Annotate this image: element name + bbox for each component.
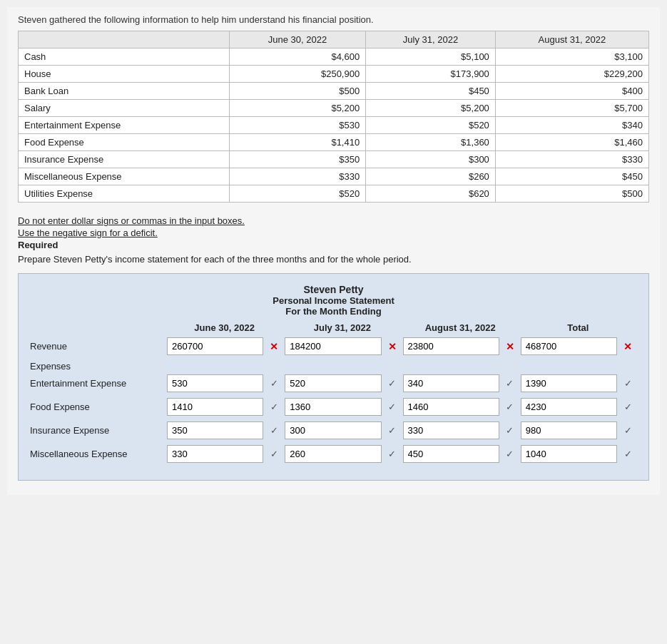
row-june: $4,600: [229, 48, 365, 66]
check-icon: ✓: [618, 402, 637, 412]
row-label: Miscellaneous Expense: [19, 168, 230, 185]
check-icon: ✓: [501, 378, 519, 389]
col-header-july: July 31, 2022: [283, 322, 401, 333]
check-icon: ✓: [265, 449, 283, 459]
income-row: Insurance Expense ✓ ✓ ✓ ✓: [30, 421, 637, 439]
row-july: $620: [366, 185, 496, 203]
instruction-line2: Use the negative sign for a deficit.: [18, 228, 649, 238]
june-input[interactable]: [167, 445, 263, 463]
col-header-august: August 31, 2022: [495, 31, 648, 48]
table-row: Salary $5,200 $5,200 $5,700: [19, 100, 649, 117]
row-label: Entertainment Expense: [19, 117, 230, 134]
table-row: Food Expense $1,410 $1,360 $1,460: [19, 134, 649, 151]
june-input[interactable]: [167, 374, 263, 392]
july-input[interactable]: [285, 421, 381, 439]
row-august: $340: [495, 117, 648, 134]
row-july: $260: [366, 168, 496, 185]
intro-text: Steven gathered the following informatio…: [18, 14, 649, 25]
income-subtitle2: For the Month Ending: [30, 306, 637, 317]
col-header-july: July 31, 2022: [366, 31, 496, 48]
row-june: $500: [229, 83, 365, 100]
x-icon: ✕: [618, 341, 637, 352]
row-label: Insurance Expense: [19, 151, 230, 168]
check-icon: ✓: [618, 425, 637, 436]
check-icon: ✓: [618, 449, 637, 459]
row-july: $173,900: [366, 66, 496, 83]
row-june: $350: [229, 151, 365, 168]
x-icon: ✕: [501, 341, 519, 352]
x-icon: ✕: [265, 341, 283, 352]
july-input[interactable]: [285, 374, 381, 392]
total-input[interactable]: [521, 337, 617, 355]
income-row: Revenue ✕ ✕ ✕ ✕: [30, 337, 637, 355]
row-label: Food Expense: [19, 134, 230, 151]
row-august: $5,700: [495, 100, 648, 117]
expenses-section-label: Expenses: [30, 361, 637, 372]
row-label: Bank Loan: [19, 83, 230, 100]
row-june: $530: [229, 117, 365, 134]
row-label: Salary: [19, 100, 230, 117]
row-label: Cash: [19, 48, 230, 66]
table-row: Bank Loan $500 $450 $400: [19, 83, 649, 100]
table-row: Miscellaneous Expense $330 $260 $450: [19, 168, 649, 185]
row-june: $250,900: [229, 66, 365, 83]
total-input[interactable]: [521, 445, 617, 463]
check-icon: ✓: [501, 402, 519, 412]
july-input[interactable]: [285, 337, 381, 355]
row-june: $520: [229, 185, 365, 203]
instructions: Do not enter dollar signs or commas in t…: [18, 215, 649, 265]
june-input[interactable]: [167, 337, 263, 355]
check-icon: ✓: [383, 425, 402, 436]
june-input[interactable]: [167, 421, 263, 439]
row-august: $450: [495, 168, 648, 185]
check-icon: ✓: [618, 378, 637, 389]
instruction-line1: Do not enter dollar signs or commas in t…: [18, 215, 649, 226]
income-row: Miscellaneous Expense ✓ ✓ ✓ ✓: [30, 445, 637, 463]
row-july: $520: [366, 117, 496, 134]
check-icon: ✓: [265, 378, 283, 389]
row-august: $330: [495, 151, 648, 168]
income-title: Steven Petty: [30, 284, 637, 295]
total-input[interactable]: [521, 374, 617, 392]
row-june: $330: [229, 168, 365, 185]
col-header-june: June 30, 2022: [166, 322, 283, 333]
row-august: $400: [495, 83, 648, 100]
august-input[interactable]: [403, 445, 499, 463]
row-label: Utilities Expense: [19, 185, 230, 203]
income-row: Entertainment Expense ✓ ✓ ✓ ✓: [30, 374, 637, 392]
row-august: $229,200: [495, 66, 648, 83]
august-input[interactable]: [403, 421, 499, 439]
august-input[interactable]: [403, 398, 499, 416]
income-row-label: Miscellaneous Expense: [30, 449, 166, 459]
check-icon: ✓: [383, 449, 402, 459]
july-input[interactable]: [285, 398, 381, 416]
table-row: Insurance Expense $350 $300 $330: [19, 151, 649, 168]
row-august: $500: [495, 185, 648, 203]
instruction-description: Prepare Steven Petty's income statement …: [18, 254, 412, 265]
check-icon: ✓: [265, 402, 283, 412]
col-header-empty: [30, 322, 166, 333]
august-input[interactable]: [403, 337, 499, 355]
row-june: $5,200: [229, 100, 365, 117]
total-input[interactable]: [521, 398, 617, 416]
june-input[interactable]: [167, 398, 263, 416]
instruction-required: Required: [18, 240, 649, 250]
x-icon: ✕: [383, 341, 402, 352]
column-headers: June 30, 2022 July 31, 2022 August 31, 2…: [30, 322, 637, 333]
income-row-label: Revenue: [30, 341, 166, 352]
total-input[interactable]: [521, 421, 617, 439]
table-row: Entertainment Expense $530 $520 $340: [19, 117, 649, 134]
table-row: House $250,900 $173,900 $229,200: [19, 66, 649, 83]
income-panel: Steven Petty Personal Income Statement F…: [18, 273, 649, 481]
income-header: Steven Petty Personal Income Statement F…: [30, 284, 637, 317]
row-august: $1,460: [495, 134, 648, 151]
august-input[interactable]: [403, 374, 499, 392]
check-icon: ✓: [265, 425, 283, 436]
check-icon: ✓: [501, 425, 519, 436]
july-input[interactable]: [285, 445, 381, 463]
check-icon: ✓: [383, 402, 402, 412]
row-july: $1,360: [366, 134, 496, 151]
income-row-label: Insurance Expense: [30, 425, 166, 436]
table-row: Cash $4,600 $5,100 $3,100: [19, 48, 649, 66]
col-header-august: August 31, 2022: [402, 322, 519, 333]
